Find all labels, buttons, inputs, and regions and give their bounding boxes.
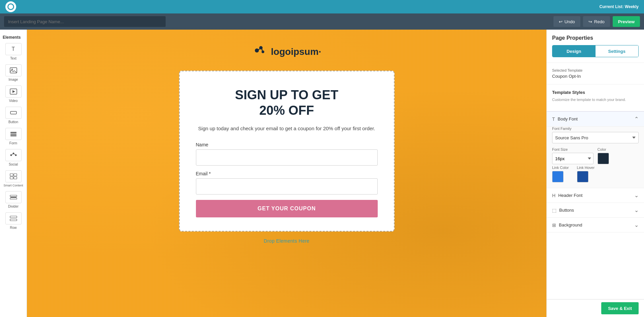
font-size-col: Font Size 16px 14px 18px (552, 147, 594, 164)
element-image[interactable]: Image (0, 62, 27, 83)
template-styles-description: Customize the template to match your bra… (552, 98, 639, 102)
element-video[interactable]: Video (0, 83, 27, 105)
element-divider[interactable]: Divider (0, 189, 27, 210)
selected-template-label: Selected Template (552, 68, 639, 72)
background-label-row: ⊞ Background (552, 222, 582, 228)
svg-rect-13 (10, 174, 13, 176)
undo-label: Undo (565, 19, 575, 24)
brand-logo-text: logoipsum· (271, 46, 321, 57)
body-font-label-row: T Body Font (552, 116, 578, 122)
tab-design[interactable]: Design (552, 45, 596, 57)
background-chevron-icon (634, 222, 639, 228)
body-font-label: Body Font (558, 116, 578, 121)
topbar: Current List: Weekly (0, 0, 644, 13)
font-size-select[interactable]: 16px 14px 18px (552, 153, 594, 164)
element-social[interactable]: Social (0, 147, 27, 168)
element-row[interactable]: Row (0, 210, 27, 232)
social-element-label: Social (9, 163, 18, 166)
svg-point-9 (12, 153, 14, 154)
right-panel: Page Properties Design Settings Selected… (546, 30, 644, 317)
buttons-label: Buttons (559, 208, 574, 213)
row-element-label: Row (10, 226, 16, 230)
logo-area: logoipsum· (252, 43, 321, 61)
current-list-info: Current List: Weekly (600, 4, 639, 9)
button-element-icon (5, 107, 22, 119)
svg-line-25 (258, 49, 260, 50)
element-smart-content[interactable]: Smart Content (0, 168, 27, 189)
svg-line-26 (262, 49, 262, 51)
link-color-item: Link Color (552, 166, 569, 182)
header-font-chevron-icon (634, 192, 639, 199)
preview-label: Preview (618, 19, 635, 24)
logo-inner (7, 3, 14, 10)
link-colors-row: Link Color Link Hover (552, 166, 639, 182)
font-family-row: Font Family Source Sans Pro Arial Georgi… (552, 127, 639, 143)
svg-rect-21 (10, 219, 17, 221)
link-hover-swatch[interactable] (577, 171, 588, 182)
canvas-area: logoipsum· SIGN UP TO GET 20% OFF Sign u… (27, 30, 546, 317)
svg-rect-4 (10, 111, 16, 114)
buttons-icon: ⬚ (552, 208, 556, 213)
svg-point-22 (255, 48, 259, 52)
element-button[interactable]: Button (0, 105, 27, 126)
svg-rect-14 (14, 174, 17, 176)
main-layout: Elements T Text Image Video Button (0, 30, 644, 317)
undo-button[interactable]: Undo (553, 16, 580, 27)
template-styles-title: Template Styles (552, 90, 639, 95)
get-coupon-button[interactable]: GET YOUR COUPON (196, 200, 378, 217)
svg-rect-16 (14, 177, 17, 179)
template-styles-section: Template Styles Customize the template t… (547, 84, 644, 111)
image-element-label: Image (9, 78, 18, 81)
svg-rect-15 (10, 177, 13, 179)
design-settings-tabs: Design Settings (552, 45, 639, 57)
save-exit-button[interactable]: Save & Exit (601, 302, 639, 314)
link-color-swatch[interactable] (552, 171, 564, 182)
header-font-accordion[interactable]: H Header Font (547, 188, 644, 203)
svg-rect-18 (10, 195, 17, 197)
save-exit-bar: Save & Exit (547, 299, 644, 317)
svg-line-11 (12, 154, 13, 155)
page-name-input[interactable] (4, 16, 166, 27)
svg-point-24 (262, 50, 264, 53)
name-input[interactable] (196, 149, 378, 166)
font-family-select[interactable]: Source Sans Pro Arial Georgia (552, 132, 639, 143)
link-color-label: Link Color (552, 166, 569, 170)
image-element-icon (5, 64, 22, 76)
redo-button[interactable]: Redo (583, 16, 610, 27)
element-form[interactable]: Form (0, 126, 27, 147)
svg-point-1 (11, 69, 13, 70)
link-hover-item: Link Hover (577, 166, 595, 182)
elements-panel-title: Elements (0, 32, 27, 41)
preview-button[interactable]: Preview (613, 16, 640, 27)
element-text[interactable]: T Text (0, 41, 27, 62)
redo-label: Redo (594, 19, 605, 24)
svg-point-8 (10, 154, 12, 156)
buttons-accordion[interactable]: ⬚ Buttons (547, 203, 644, 218)
row-element-icon (5, 212, 22, 224)
right-panel-header: Page Properties Design Settings (547, 30, 644, 63)
body-font-icon: T (552, 116, 555, 122)
email-input[interactable] (196, 178, 378, 195)
body-font-accordion-header[interactable]: T Body Font (547, 111, 644, 127)
app-logo[interactable] (5, 1, 16, 12)
tab-settings[interactable]: Settings (596, 45, 639, 57)
body-font-chevron-icon (634, 116, 639, 122)
form-element-icon (5, 128, 22, 140)
canvas-background: logoipsum· SIGN UP TO GET 20% OFF Sign u… (27, 30, 546, 317)
background-accordion[interactable]: ⊞ Background (547, 218, 644, 233)
video-element-label: Video (9, 99, 18, 103)
toolbar: Undo Redo Preview (0, 13, 644, 30)
background-label: Background (559, 222, 582, 227)
right-panel-title: Page Properties (552, 35, 639, 41)
header-font-icon: H (552, 193, 555, 198)
name-label: Name (196, 142, 378, 147)
link-hover-label: Link Hover (577, 166, 595, 170)
form-element-label: Form (9, 141, 17, 145)
brand-logo-icon (252, 43, 267, 61)
current-list-label: Current List: (600, 4, 624, 9)
color-swatch[interactable] (598, 153, 609, 164)
font-size-color-row: Font Size 16px 14px 18px Color (552, 147, 639, 164)
header-font-label: Header Font (558, 193, 582, 198)
buttons-chevron-icon (634, 207, 639, 213)
button-element-label: Button (8, 120, 18, 124)
